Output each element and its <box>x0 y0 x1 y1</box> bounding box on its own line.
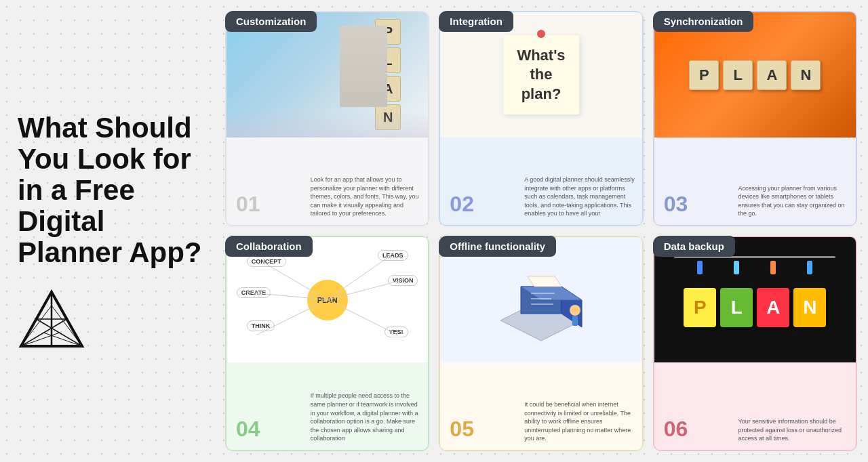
card-collaboration: Collaboration PLAN CONCEPT LEADS CREATE … <box>225 236 429 451</box>
logo-icon <box>18 289 85 350</box>
card-3-inner: P L A N 03 Accessing your planner from v… <box>653 11 857 226</box>
card-1-text: Look for an app that allows you to perso… <box>311 175 422 218</box>
card-5-inner: 05 It could be beneficial when internet … <box>439 236 643 451</box>
cards-grid: Customization P L A N 01 Look for an app… <box>225 11 857 451</box>
card-4-text: If multiple people need access to the sa… <box>311 392 422 443</box>
mindmap-center: PLAN <box>307 280 348 320</box>
offline-svg <box>480 246 602 354</box>
card-1-inner: P L A N 01 Look for an app that allows y… <box>225 11 429 226</box>
svg-marker-21 <box>528 276 561 287</box>
card-6-number: 06 <box>664 417 688 442</box>
sticky-note: What'stheplan? <box>503 35 578 115</box>
mindmap-node-concept: CONCEPT <box>247 256 286 267</box>
card-1-number: 01 <box>236 192 260 217</box>
card-databackup: Data backup P L <box>653 236 857 451</box>
logo-container <box>18 289 214 350</box>
card-3-text: Accessing your planner from various devi… <box>738 184 849 218</box>
peg-a: A <box>757 273 789 327</box>
card-2-number: 02 <box>450 192 474 217</box>
svg-point-22 <box>570 305 580 316</box>
card-1-header: Customization <box>225 11 317 32</box>
card-offline: Offline functionality <box>439 236 643 451</box>
card-customization: Customization P L A N 01 Look for an app… <box>225 11 429 226</box>
card-2-inner: What'stheplan? 02 A good digital planner… <box>439 11 643 226</box>
peg-l: L <box>720 273 753 327</box>
mindmap-node-vision: VISION <box>388 275 418 286</box>
mindmap-node-create: CREATE <box>237 287 271 298</box>
left-panel: What Should You Look for in a Free Digit… <box>11 11 214 451</box>
mindmap-node-leads: LEADS <box>378 250 408 261</box>
card-2-header: Integration <box>439 11 513 32</box>
card-6-inner: P L A N <box>653 236 857 451</box>
card-4-inner: PLAN CONCEPT LEADS CREATE THINK VISION Y… <box>225 236 429 451</box>
card-4-header: Collaboration <box>225 236 313 257</box>
peg-p: P <box>684 273 716 327</box>
card-3-header: Synchronization <box>653 11 754 32</box>
page-title: What Should You Look for in a Free Digit… <box>18 112 214 269</box>
card-3-number: 03 <box>664 192 688 217</box>
card-integration: Integration What'stheplan? 02 A good dig… <box>439 11 643 226</box>
card-synchronization: Synchronization P L A N 03 Accessing you… <box>653 11 857 226</box>
card-6-header: Data backup <box>653 236 735 257</box>
card-4-number: 04 <box>236 417 260 442</box>
mindmap-node-yes: YES! <box>384 327 408 337</box>
card-2-text: A good digital planner should seamlessly… <box>524 175 635 218</box>
mindmap-node-think: THINK <box>247 320 275 331</box>
card-5-number: 05 <box>450 417 474 442</box>
card-5-text: It could be beneficial when internet con… <box>524 400 635 443</box>
peg-n: N <box>793 273 826 327</box>
card-6-text: Your sensitive information should be pro… <box>738 417 849 443</box>
svg-rect-23 <box>572 316 578 326</box>
card-5-header: Offline functionality <box>439 236 556 257</box>
